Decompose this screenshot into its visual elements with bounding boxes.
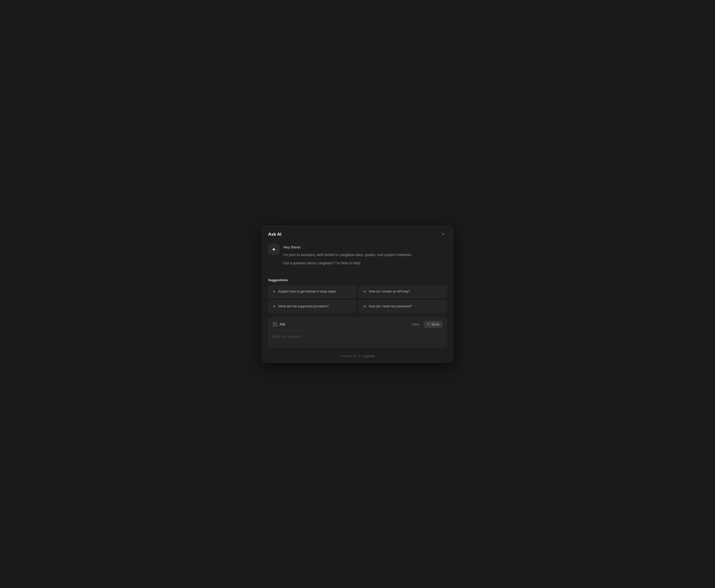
ai-intro: ✦ Hey there! I'm your AI assistant, well…: [268, 244, 447, 266]
dialog-body: ✦ Hey there! I'm your AI assistant, well…: [262, 242, 453, 347]
ask-actions: Clear ↵ Send: [410, 321, 443, 328]
ask-label: Ask: [280, 322, 285, 326]
close-button[interactable]: ×: [440, 231, 447, 238]
ask-section: ⬛ Ask Clear ↵ Send: [268, 318, 447, 347]
enter-icon: ↵: [427, 322, 430, 326]
sparkle-icon-4: ✦: [363, 304, 366, 309]
sparkle-icon-3: ✦: [272, 304, 276, 309]
dialog-title: Ask AI: [268, 232, 281, 237]
ai-messages: Hey there! I'm your AI assistant, well-v…: [283, 244, 412, 266]
suggestion-card-1[interactable]: ✦ Explain how to get started in easy ste…: [268, 286, 356, 298]
suggestion-text-1: Explain how to get started in easy steps: [278, 289, 336, 294]
ai-description: I'm your AI assistant, well-versed in La…: [283, 252, 412, 257]
suggestions-grid: ✦ Explain how to get started in easy ste…: [268, 286, 447, 313]
langbase-brand: ✦ Langbase: [358, 354, 374, 358]
dialog-header: Ask AI ×: [262, 226, 453, 242]
ask-label-group: ⬛ Ask: [272, 322, 285, 327]
suggestion-text-2: How do I create an API key?: [369, 289, 410, 294]
sparkle-icon-1: ✦: [272, 289, 276, 294]
suggestions-label: Suggestions: [268, 278, 447, 282]
brand-name: Langbase: [361, 354, 374, 358]
sparkle-icon-2: ✦: [363, 289, 366, 294]
suggestion-text-4: How do I reset my password?: [369, 304, 412, 309]
ask-icon: ⬛: [272, 322, 278, 327]
ask-header: ⬛ Ask Clear ↵ Send: [268, 318, 447, 331]
suggestion-card-3[interactable]: ✦ What are the supported providers?: [268, 300, 356, 313]
suggestions-section: Suggestions ✦ Explain how to get started…: [268, 278, 447, 313]
ask-input[interactable]: [268, 331, 447, 346]
ai-greeting: Hey there!: [283, 245, 412, 249]
suggestion-card-4[interactable]: ✦ How do I reset my password?: [359, 300, 447, 313]
ai-avatar: ✦: [268, 244, 279, 255]
suggestion-text-3: What are the supported providers?: [278, 304, 329, 309]
ask-ai-dialog: Ask AI × ✦ Hey there! I'm your AI assist…: [262, 226, 453, 363]
suggestion-card-2[interactable]: ✦ How do I create an API key?: [359, 286, 447, 298]
powered-by-footer: Powered by ✦ Langbase: [262, 351, 453, 362]
sparkle-icon: ✦: [272, 247, 276, 252]
langbase-icon: ✦: [358, 354, 360, 358]
powered-by-text: Powered by: [341, 354, 356, 358]
clear-button[interactable]: Clear: [410, 321, 422, 327]
send-button[interactable]: ↵ Send: [424, 321, 443, 328]
ai-cta: Got a question about Langbase? I'm here …: [283, 260, 412, 266]
send-label: Send: [431, 322, 439, 326]
